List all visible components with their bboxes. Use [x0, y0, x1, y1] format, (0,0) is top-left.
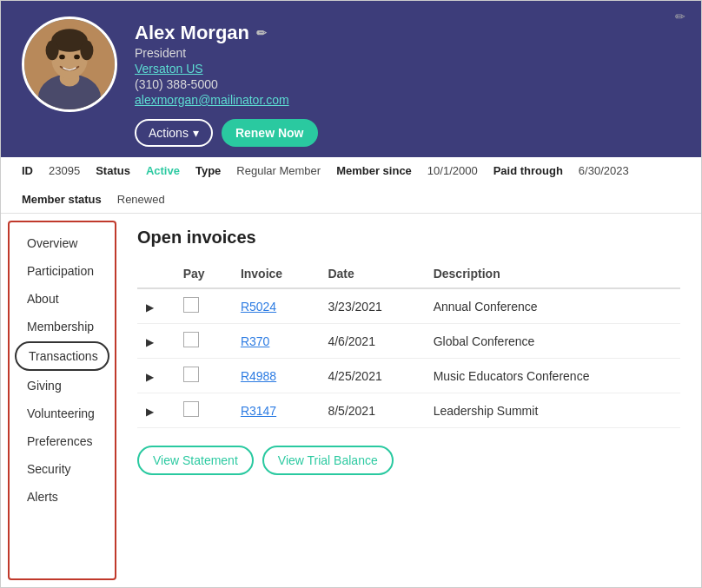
- invoice-cell: R3147: [232, 393, 320, 428]
- profile-organization[interactable]: Versaton US: [135, 62, 680, 76]
- sidebar-item-membership[interactable]: Membership: [15, 314, 109, 340]
- edit-name-icon[interactable]: ✏: [256, 26, 267, 40]
- sidebar: OverviewParticipationAboutMembershipTran…: [8, 221, 116, 580]
- dropdown-arrow-icon: ▾: [193, 126, 199, 140]
- type-label: Type: [195, 164, 221, 177]
- section-title: Open invoices: [137, 228, 680, 248]
- svg-point-6: [80, 41, 93, 61]
- checkbox-cell[interactable]: [175, 359, 232, 393]
- member-status-value: Renewed: [117, 193, 165, 206]
- invoices-table: Pay Invoice Date Description ▶ R5024 3/2…: [137, 261, 680, 428]
- play-cell: ▶: [137, 393, 175, 428]
- profile-name: Alex Morgan: [135, 22, 249, 44]
- play-button[interactable]: ▶: [146, 336, 154, 348]
- table-row: ▶ R5024 3/23/2021 Annual Conference: [137, 288, 680, 324]
- main-layout: OverviewParticipationAboutMembershipTran…: [1, 214, 701, 587]
- svg-point-8: [74, 55, 80, 60]
- footer-buttons: View Statement View Trial Balance: [137, 446, 680, 475]
- invoice-link[interactable]: R370: [241, 334, 269, 348]
- col-date: Date: [319, 261, 424, 288]
- svg-point-5: [46, 41, 59, 61]
- invoice-link[interactable]: R4988: [241, 369, 276, 383]
- description-cell: Music Educators Conference: [425, 359, 680, 393]
- invoice-cell: R370: [232, 324, 320, 359]
- sidebar-item-transactions[interactable]: Transactions: [15, 341, 109, 371]
- play-button[interactable]: ▶: [146, 301, 154, 314]
- checkbox-cell[interactable]: [175, 393, 232, 428]
- invoice-link[interactable]: R5024: [241, 300, 276, 314]
- description-cell: Global Conference: [425, 324, 680, 359]
- play-cell: ▶: [137, 288, 175, 324]
- table-row: ▶ R3147 8/5/2021 Leadership Summit: [137, 393, 680, 428]
- profile-phone: (310) 388-5000: [135, 77, 680, 91]
- play-button[interactable]: ▶: [146, 406, 154, 418]
- profile-info: Alex Morgan ✏ President Versaton US (310…: [135, 17, 680, 147]
- invoice-link[interactable]: R3147: [241, 404, 276, 418]
- col-description: Description: [425, 261, 680, 288]
- invoice-cell: R5024: [232, 288, 320, 324]
- edit-photo-icon[interactable]: ✏: [675, 10, 685, 23]
- description-cell: Annual Conference: [425, 288, 680, 324]
- sidebar-item-preferences[interactable]: Preferences: [15, 428, 109, 454]
- view-statement-button[interactable]: View Statement: [137, 446, 254, 475]
- status-bar: ID 23095 Status Active Type Regular Memb…: [1, 157, 701, 214]
- col-pay-label: Pay: [175, 261, 232, 288]
- profile-title: President: [135, 46, 680, 60]
- member-since-value: 10/1/2000: [427, 164, 478, 177]
- checkbox-cell[interactable]: [175, 324, 232, 359]
- play-button[interactable]: ▶: [146, 371, 154, 383]
- invoice-cell: R4988: [232, 359, 320, 393]
- table-row: ▶ R370 4/6/2021 Global Conference: [137, 324, 680, 359]
- profile-name-row: Alex Morgan ✏: [135, 22, 680, 44]
- sidebar-item-alerts[interactable]: Alerts: [15, 484, 109, 510]
- sidebar-item-volunteering[interactable]: Volunteering: [15, 400, 109, 426]
- actions-button[interactable]: Actions ▾: [135, 119, 213, 147]
- avatar: [22, 17, 117, 112]
- table-row: ▶ R4988 4/25/2021 Music Educators Confer…: [137, 359, 680, 393]
- svg-point-7: [59, 55, 65, 60]
- paid-through-value: 6/30/2023: [579, 164, 629, 177]
- col-invoice: Invoice: [232, 261, 320, 288]
- col-pay: [137, 261, 175, 288]
- sidebar-item-giving[interactable]: Giving: [15, 373, 109, 399]
- play-cell: ▶: [137, 324, 175, 359]
- renew-now-button[interactable]: Renew Now: [222, 119, 318, 147]
- profile-email[interactable]: alexmorgan@mailinator.com: [135, 93, 680, 107]
- sidebar-item-participation[interactable]: Participation: [15, 258, 109, 284]
- sidebar-item-about[interactable]: About: [15, 286, 109, 312]
- id-value: 23095: [49, 164, 80, 177]
- sidebar-item-security[interactable]: Security: [15, 456, 109, 482]
- date-cell: 3/23/2021: [319, 288, 424, 324]
- play-cell: ▶: [137, 359, 175, 393]
- paid-through-label: Paid through: [493, 164, 563, 177]
- content-area: Open invoices Pay Invoice Date Descripti…: [116, 214, 701, 587]
- date-cell: 4/25/2021: [319, 359, 424, 393]
- member-since-label: Member since: [336, 164, 412, 177]
- type-value: Regular Member: [236, 164, 321, 177]
- profile-header: ✏: [1, 1, 701, 157]
- status-value: Active: [146, 164, 180, 177]
- member-status-label: Member status: [22, 193, 102, 206]
- date-cell: 8/5/2021: [319, 393, 424, 428]
- id-label: ID: [22, 164, 33, 177]
- view-trial-balance-button[interactable]: View Trial Balance: [262, 446, 394, 475]
- checkbox-cell[interactable]: [175, 288, 232, 324]
- description-cell: Leadership Summit: [425, 393, 680, 428]
- date-cell: 4/6/2021: [319, 324, 424, 359]
- profile-actions: Actions ▾ Renew Now: [135, 119, 680, 147]
- sidebar-item-overview[interactable]: Overview: [15, 230, 109, 256]
- status-label: Status: [96, 164, 130, 177]
